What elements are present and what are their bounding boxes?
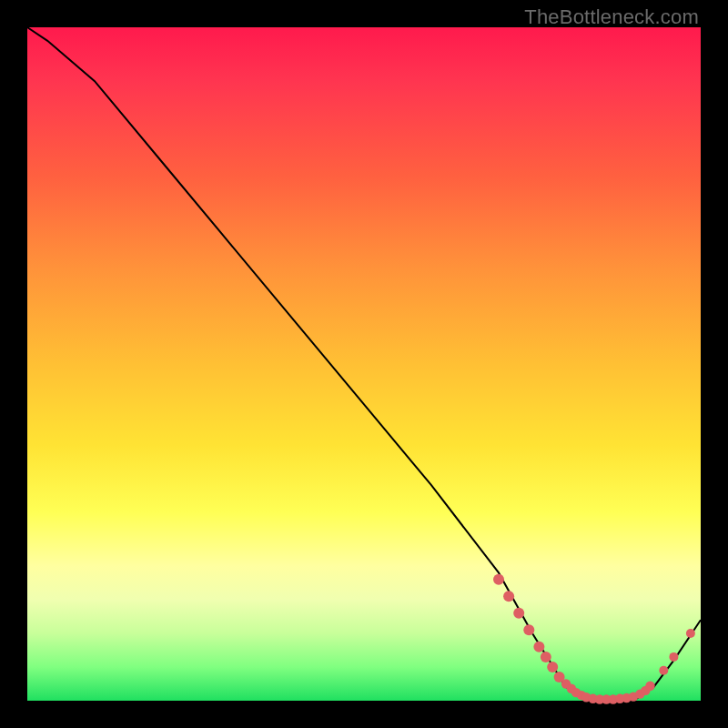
chart-frame: TheBottleneck.com: [0, 0, 728, 728]
marker-dot: [686, 629, 695, 638]
marker-dot: [513, 608, 524, 619]
marker-dot: [533, 642, 544, 652]
marker-dot: [669, 652, 678, 662]
marker-dot: [493, 574, 504, 585]
marker-dot: [503, 591, 514, 602]
watermark-text: TheBottleneck.com: [524, 5, 699, 29]
marker-dot: [659, 666, 668, 675]
marker-dot: [541, 652, 551, 662]
marker-dot: [523, 624, 534, 635]
marker-dot: [645, 682, 654, 691]
gradient-plot-area: [27, 27, 701, 701]
marker-dot: [547, 662, 558, 672]
curve-markers: [493, 574, 695, 704]
curve-line: [27, 27, 701, 701]
bottleneck-curve: [27, 27, 701, 701]
